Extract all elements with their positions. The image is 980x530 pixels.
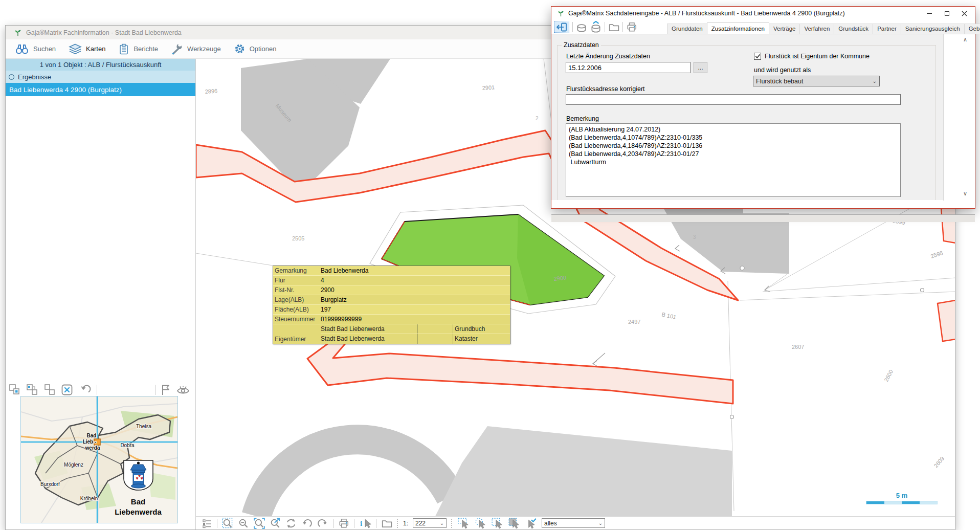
select-confirm-cursor-icon[interactable] [525, 518, 537, 529]
close-icon [962, 11, 967, 16]
tools-separator [97, 385, 97, 395]
chevron-down-icon: ⌄ [440, 520, 446, 526]
menu-werkzeuge[interactable]: Werkzeuge [167, 39, 230, 58]
refresh-icon[interactable] [285, 518, 297, 529]
open-map-icon[interactable] [381, 518, 392, 529]
eye-icon[interactable] [176, 384, 190, 396]
print-record-icon[interactable] [626, 21, 637, 33]
result-item-selected[interactable]: Bad Liebenwerda 4 2900 (Burgplatz) [6, 83, 195, 96]
menu-berichte[interactable]: Berichte [114, 39, 167, 58]
report-icon [118, 43, 129, 55]
dialog-titlebar[interactable]: Gaja®Matrix Sachdateneingabe - ALB / Flu… [551, 7, 975, 20]
toolbar-separator [354, 519, 354, 528]
identify-cursor-icon[interactable]: i [359, 518, 371, 529]
tab-zusatzinformationen[interactable]: Zusatzinformationen [707, 23, 769, 34]
toolbar-grip [451, 519, 453, 528]
svg-text:i: i [360, 519, 362, 527]
data-save-icon[interactable] [590, 21, 602, 33]
tab-grunddaten[interactable]: Grunddaten [667, 24, 707, 34]
toolbar-separator [376, 519, 376, 528]
select-add-icon[interactable] [26, 384, 39, 396]
selection-layer-combobox[interactable]: alles⌄ [542, 518, 605, 528]
parcel-label: 2896 [205, 87, 217, 95]
wrench-icon [171, 43, 183, 55]
flag-icon[interactable] [160, 384, 171, 396]
scroll-down-icon[interactable]: ∨ [963, 191, 967, 196]
zoom-out-icon[interactable] [238, 518, 249, 529]
chevron-down-icon: ⌄ [598, 520, 605, 526]
select-polygon-cursor-icon[interactable] [508, 518, 520, 529]
print-map-icon[interactable] [338, 518, 349, 529]
open-record-icon[interactable] [608, 21, 619, 33]
crest-caption: Bad [131, 497, 145, 506]
view-back-icon[interactable] [301, 518, 313, 529]
tab-vertraege[interactable]: Verträge [769, 24, 800, 34]
data-read-icon[interactable] [576, 21, 587, 33]
address-input[interactable] [566, 94, 901, 105]
selection-tools [9, 383, 190, 397]
scalebar-graphic [866, 501, 938, 504]
last-change-label: Letzte Änderung Zusatzdaten [566, 53, 650, 60]
select-rectangle-cursor-icon[interactable] [491, 518, 503, 529]
zoom-select-icon[interactable] [222, 518, 233, 529]
minimap-graphic: Theisa Dobra Möglenz Burxdorf Kröbeln Ba… [21, 396, 177, 523]
clear-selection-icon[interactable] [61, 384, 74, 396]
scale-combobox[interactable]: 222⌄ [413, 518, 447, 528]
menu-optionen[interactable]: Optionen [230, 39, 285, 58]
checkbox-checked-icon[interactable] [754, 53, 761, 60]
select-point-cursor-icon[interactable] [457, 518, 470, 529]
date-browse-button[interactable]: ... [694, 62, 707, 73]
parcel-label: 3 [693, 234, 696, 240]
dialog-statusbar [551, 214, 975, 222]
toolbar-separator [333, 519, 333, 528]
groupbox-title: Zusatzdaten [562, 41, 601, 49]
last-change-input[interactable] [566, 62, 691, 73]
tab-grundstueck[interactable]: Grundstück [834, 24, 873, 34]
toolbar-separator [217, 519, 217, 528]
scroll-up-icon[interactable]: ∧ [963, 37, 967, 42]
zoom-window-icon[interactable] [254, 518, 265, 529]
menu-suchen[interactable]: Suchen [11, 39, 64, 58]
close-form-button[interactable] [554, 21, 569, 33]
tab-verfahren[interactable]: Verfahren [799, 24, 834, 34]
layers-icon [69, 43, 82, 55]
select-circle-cursor-icon[interactable] [474, 518, 486, 529]
select-new-icon[interactable] [9, 384, 21, 396]
owned-checkbox-row[interactable]: Flurstück ist Eigentum der Kommune [754, 53, 870, 60]
select-remove-icon[interactable] [43, 384, 56, 396]
remark-textarea[interactable]: (ALB Aktualisierung 24.07.2012) (Bad Lie… [566, 123, 901, 197]
screen: Gaja®Matrix Fachinformation - Stadt Bad … [0, 0, 980, 530]
parcel-label: 2 [536, 116, 539, 121]
tooltip-row: Lage(ALB)Burgplatz [273, 295, 510, 305]
results-group[interactable]: Ergebnisse [6, 71, 195, 83]
minimize-button[interactable] [926, 10, 933, 17]
minimap-label: werda [85, 445, 100, 451]
tab-partner[interactable]: Partner [873, 24, 901, 34]
view-forward-icon[interactable] [317, 518, 328, 529]
main-window-title: Gaja®Matrix Fachinformation - Stadt Bad … [26, 29, 182, 36]
svg-text:♥: ♥ [141, 476, 143, 481]
gear-icon [234, 43, 246, 55]
address-label: Flurstücksadresse korrigiert [566, 85, 645, 93]
maximize-button[interactable] [943, 10, 950, 17]
owner-row: Stadt Bad LiebenwerdaKataster [321, 334, 510, 344]
toolbar-separator [572, 22, 573, 32]
tooltip-owner-block: Eigentümer Stadt Bad LiebenwerdaGrundbuc… [273, 324, 510, 344]
close-button[interactable] [961, 10, 968, 17]
menu-karten[interactable]: Karten [64, 39, 114, 58]
legend-list-icon[interactable] [202, 518, 212, 528]
minimap-label: Kröbeln [80, 496, 98, 501]
tab-sanierungsausgleich[interactable]: Sanierungsausgleich [901, 24, 965, 34]
undo-selection-icon[interactable] [79, 384, 92, 396]
gaja-plant-icon [14, 29, 21, 36]
zoom-pan-icon[interactable] [270, 518, 281, 529]
minimap-label: Dobra [120, 443, 135, 448]
tooltip-row: Steuernummer019999999999 [273, 315, 510, 324]
dialog-scrollbar[interactable]: ∧ ∨ [943, 34, 975, 201]
toolbar-grip [397, 519, 398, 528]
usage-select[interactable]: Flurstück bebaut ⌄ [753, 76, 880, 86]
overview-minimap[interactable]: Theisa Dobra Möglenz Burxdorf Kröbeln Ba… [20, 396, 178, 523]
tab-gebaeude[interactable]: Gebäude [964, 24, 980, 34]
tooltip-row: Fläche(ALB)197 [273, 305, 510, 315]
scalebar-label: 5 m [866, 492, 938, 499]
